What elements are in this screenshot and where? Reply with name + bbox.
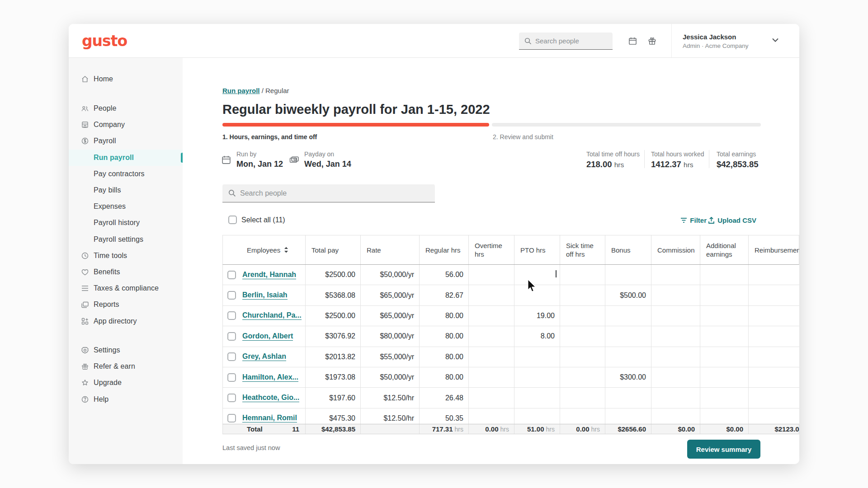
employee-name-link[interactable]: Heathcote, Gio...	[242, 394, 299, 402]
cell-regular[interactable]: 80.00	[420, 347, 469, 367]
cell-bonus[interactable]	[605, 388, 651, 408]
employee-name-link[interactable]: Arendt, Hannah	[242, 271, 296, 279]
row-checkbox[interactable]	[227, 332, 236, 341]
cell-additional[interactable]	[700, 265, 749, 285]
cell-regular[interactable]: 82.67	[420, 285, 469, 305]
sidebar-item-time-tools[interactable]: Time tools	[69, 248, 183, 264]
cell-regular[interactable]: 80.00	[420, 306, 469, 326]
cell-commission[interactable]	[651, 408, 700, 424]
cell-reimbursement[interactable]	[749, 388, 799, 408]
cell-reimbursement[interactable]	[749, 347, 799, 367]
cell-overtime[interactable]	[469, 265, 514, 285]
employee-name-link[interactable]: Grey, Ashlan	[242, 352, 286, 361]
sidebar-item-refer-earn[interactable]: Refer & earn	[69, 358, 183, 375]
cell-additional[interactable]	[700, 367, 749, 387]
cell-bonus[interactable]	[605, 326, 651, 346]
cell-pto[interactable]: 19.00	[514, 306, 560, 326]
cell-overtime[interactable]	[469, 306, 514, 326]
column-header-name[interactable]: Employees	[223, 235, 306, 264]
sidebar-item-expenses[interactable]: Expenses	[69, 198, 183, 215]
chevron-down-icon[interactable]	[772, 38, 778, 42]
sidebar-item-upgrade[interactable]: Upgrade	[69, 375, 183, 391]
upload-csv-button[interactable]: Upload CSV	[708, 216, 756, 224]
cell-bonus[interactable]	[605, 265, 651, 285]
cell-pto[interactable]	[514, 408, 560, 424]
cell-reimbursement[interactable]	[749, 326, 799, 346]
cell-reimbursement[interactable]	[749, 265, 799, 285]
row-checkbox[interactable]	[227, 373, 236, 382]
row-checkbox[interactable]	[227, 291, 236, 300]
cell-overtime[interactable]	[469, 388, 514, 408]
cell-sick[interactable]	[560, 326, 605, 346]
cell-commission[interactable]	[651, 265, 700, 285]
sidebar-item-payroll[interactable]: Payroll	[69, 133, 183, 149]
sidebar-item-company[interactable]: Company	[69, 117, 183, 133]
cell-overtime[interactable]	[469, 326, 514, 346]
people-search-input[interactable]: Search people	[222, 184, 435, 202]
sidebar-item-reports[interactable]: Reports	[69, 296, 183, 313]
row-checkbox[interactable]	[227, 271, 236, 279]
cell-sick[interactable]	[560, 306, 605, 326]
cell-bonus[interactable]: $500.00	[605, 285, 651, 305]
header-search-input[interactable]: Search people	[519, 33, 613, 50]
employee-name-link[interactable]: Churchland, Pa...	[242, 311, 302, 320]
gusto-logo[interactable]: gusto	[82, 32, 127, 50]
cell-commission[interactable]	[651, 347, 700, 367]
cell-bonus[interactable]: $300.00	[605, 367, 651, 387]
cell-bonus[interactable]	[605, 408, 651, 424]
calendar-icon[interactable]	[628, 37, 637, 46]
cell-regular[interactable]: 50.35	[420, 408, 469, 424]
sidebar-item-help[interactable]: Help	[69, 391, 183, 408]
cell-additional[interactable]	[700, 285, 749, 305]
cell-sick[interactable]	[560, 408, 605, 424]
employee-name-link[interactable]: Berlin, Isaiah	[242, 291, 288, 300]
cell-reimbursement[interactable]	[749, 285, 799, 305]
select-all-checkbox[interactable]	[228, 216, 237, 224]
row-checkbox[interactable]	[227, 311, 236, 320]
user-name[interactable]: Jessica Jackson	[683, 33, 736, 41]
sidebar-item-people[interactable]: People	[69, 100, 183, 117]
review-summary-button[interactable]: Review summary	[687, 440, 760, 459]
sidebar-item-run-payroll[interactable]: Run payroll	[69, 150, 183, 166]
cell-bonus[interactable]	[605, 306, 651, 326]
row-checkbox[interactable]	[227, 352, 236, 361]
cell-commission[interactable]	[651, 388, 700, 408]
cell-commission[interactable]	[651, 306, 700, 326]
sidebar-item-pay-contractors[interactable]: Pay contractors	[69, 166, 183, 182]
row-checkbox[interactable]	[227, 394, 236, 402]
sidebar-item-settings[interactable]: Settings	[69, 342, 183, 358]
cell-additional[interactable]	[700, 306, 749, 326]
cell-additional[interactable]	[700, 326, 749, 346]
cell-pto[interactable]: 8.00	[514, 326, 560, 346]
employee-name-link[interactable]: Gordon, Albert	[242, 332, 293, 341]
cell-regular[interactable]: 56.00	[420, 265, 469, 285]
sidebar-item-pay-bills[interactable]: Pay bills	[69, 182, 183, 198]
cell-regular[interactable]: 80.00	[420, 326, 469, 346]
employee-name-link[interactable]: Hamilton, Alex...	[242, 373, 298, 382]
cell-bonus[interactable]	[605, 347, 651, 367]
sidebar-item-home[interactable]: Home	[69, 71, 183, 87]
cell-overtime[interactable]	[469, 347, 514, 367]
sidebar-item-app-directory[interactable]: App directory	[69, 313, 183, 329]
sidebar-item-benefits[interactable]: Benefits	[69, 264, 183, 280]
cell-reimbursement[interactable]	[749, 306, 799, 326]
cell-reimbursement[interactable]	[749, 367, 799, 387]
cell-sick[interactable]	[560, 265, 605, 285]
cell-commission[interactable]	[651, 326, 700, 346]
sidebar-item-payroll-settings[interactable]: Payroll settings	[69, 231, 183, 248]
cell-sick[interactable]	[560, 347, 605, 367]
cell-regular[interactable]: 26.48	[420, 388, 469, 408]
cell-reimbursement[interactable]	[749, 408, 799, 424]
cell-pto[interactable]	[514, 388, 560, 408]
cell-overtime[interactable]	[469, 285, 514, 305]
cell-additional[interactable]	[700, 408, 749, 424]
employee-name-link[interactable]: Hemnani, Romil	[242, 414, 297, 422]
cell-commission[interactable]	[651, 285, 700, 305]
gift-icon[interactable]	[648, 37, 657, 46]
cell-additional[interactable]	[700, 388, 749, 408]
breadcrumb-run-payroll-link[interactable]: Run payroll	[222, 87, 260, 94]
cell-overtime[interactable]	[469, 367, 514, 387]
cell-sick[interactable]	[560, 388, 605, 408]
row-checkbox[interactable]	[227, 414, 236, 422]
sidebar-item-payroll-history[interactable]: Payroll history	[69, 215, 183, 231]
